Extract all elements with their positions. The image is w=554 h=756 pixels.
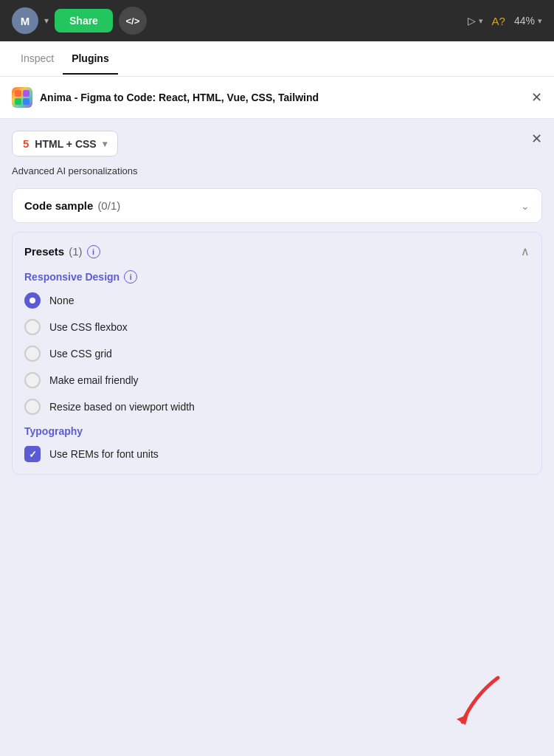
tab-inspect-label: Inspect — [21, 52, 54, 64]
checkbox-rems-box — [24, 446, 41, 462]
code-sample-header[interactable]: Code sample (0/1) ⌄ — [13, 189, 541, 222]
plugin-name: Anima - Figma to Code: React, HTML, Vue,… — [40, 92, 319, 103]
zoom-label: 44% — [514, 15, 535, 27]
toolbar-right: ▷ ▾ A? 44% ▾ — [468, 15, 542, 27]
play-button[interactable]: ▷ ▾ — [468, 15, 483, 27]
code-sample-title-text: Code sample — [24, 199, 93, 212]
presets-count: (1) — [69, 245, 82, 258]
code-button[interactable]: </> — [119, 7, 147, 35]
toolbar-left: M ▾ Share </> — [12, 7, 147, 35]
code-sample-card: Code sample (0/1) ⌄ — [12, 188, 542, 223]
a-question-button[interactable]: A? — [492, 15, 505, 27]
tab-plugins[interactable]: Plugins — [63, 44, 118, 75]
zoom-button[interactable]: 44% ▾ — [514, 15, 542, 27]
radio-none-label: None — [49, 295, 74, 306]
radio-viewport[interactable]: Resize based on viewport width — [24, 399, 530, 415]
responsive-info-icon[interactable]: i — [124, 270, 137, 284]
radio-email-circle — [24, 372, 41, 388]
html5-icon: 5 — [23, 137, 29, 150]
arrow-annotation — [451, 672, 510, 734]
checkbox-rems[interactable]: Use REMs for font units — [24, 446, 530, 462]
share-button[interactable]: Share — [55, 9, 113, 32]
presets-info-icon[interactable]: i — [87, 245, 100, 258]
plugin-close-icon: ✕ — [531, 90, 542, 105]
code-sample-chevron-icon: ⌄ — [521, 200, 530, 212]
presets-chevron-icon[interactable]: ∧ — [521, 244, 530, 258]
html-css-label: HTML + CSS — [35, 138, 96, 150]
toolbar: M ▾ Share </> ▷ ▾ A? 44% ▾ — [0, 0, 554, 41]
plugin-icon — [12, 87, 32, 108]
zoom-chevron-icon: ▾ — [538, 16, 542, 26]
radio-grid-label: Use CSS grid — [49, 348, 112, 360]
svg-rect-2 — [15, 98, 21, 105]
radio-none-circle — [24, 292, 41, 309]
svg-rect-0 — [15, 90, 21, 97]
avatar-label: M — [21, 15, 30, 27]
radio-flexbox-label: Use CSS flexbox — [49, 321, 128, 333]
presets-header: Presets (1) i ∧ — [24, 244, 530, 258]
svg-rect-3 — [23, 98, 30, 105]
svg-rect-1 — [23, 90, 30, 97]
tab-inspect[interactable]: Inspect — [12, 44, 63, 75]
tab-plugins-label: Plugins — [72, 52, 109, 64]
radio-flexbox-circle — [24, 319, 41, 335]
main-content: ✕ 5 HTML + CSS ▾ Advanced AI personaliza… — [0, 119, 554, 756]
svg-marker-4 — [457, 715, 468, 725]
presets-section: Presets (1) i ∧ Responsive Design i None… — [12, 232, 542, 475]
radio-none[interactable]: None — [24, 292, 530, 309]
tab-bar: Inspect Plugins — [0, 41, 554, 77]
radio-email[interactable]: Make email friendly — [24, 372, 530, 388]
plugin-title-row: Anima - Figma to Code: React, HTML, Vue,… — [12, 87, 319, 108]
ai-label: Advanced AI personalizations — [12, 165, 542, 176]
radio-options-group: None Use CSS flexbox Use CSS grid Make e… — [24, 292, 530, 415]
play-chevron-icon: ▾ — [479, 16, 483, 26]
radio-flexbox[interactable]: Use CSS flexbox — [24, 319, 530, 335]
html-css-chevron-icon: ▾ — [103, 139, 107, 149]
presets-title-text: Presets — [24, 245, 64, 258]
content-close-icon: ✕ — [531, 131, 542, 146]
plugin-header: Anima - Figma to Code: React, HTML, Vue,… — [0, 77, 554, 119]
radio-viewport-label: Resize based on viewport width — [49, 401, 195, 413]
typography-label: Typography — [24, 425, 530, 437]
avatar-button[interactable]: M — [12, 7, 38, 34]
radio-viewport-circle — [24, 399, 41, 415]
radio-grid-circle — [24, 346, 41, 362]
html-css-button[interactable]: 5 HTML + CSS ▾ — [12, 131, 118, 157]
responsive-design-label: Responsive Design i — [24, 270, 530, 284]
code-sample-count: (0/1) — [97, 199, 120, 212]
play-icon: ▷ — [468, 15, 476, 27]
code-icon: </> — [126, 16, 140, 27]
radio-email-label: Make email friendly — [49, 374, 139, 386]
plugin-close-button[interactable]: ✕ — [531, 91, 542, 104]
code-sample-title: Code sample (0/1) — [24, 199, 120, 212]
avatar-chevron-icon[interactable]: ▾ — [44, 16, 49, 26]
content-close-button[interactable]: ✕ — [531, 131, 542, 147]
presets-title: Presets (1) i — [24, 245, 100, 258]
radio-grid[interactable]: Use CSS grid — [24, 346, 530, 362]
checkbox-rems-label: Use REMs for font units — [49, 448, 159, 460]
